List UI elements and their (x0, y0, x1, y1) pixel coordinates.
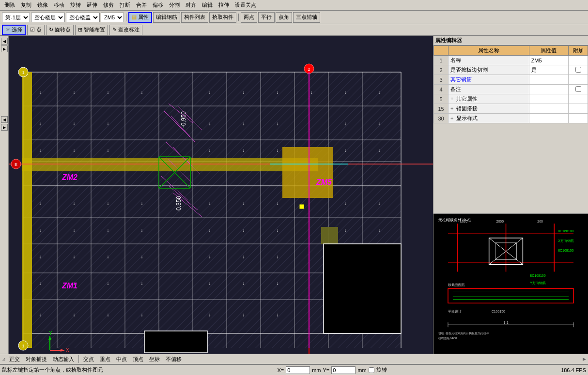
layer-select-floor[interactable]: 第-1层 (2, 13, 30, 22)
y-label: Y= (323, 367, 330, 373)
prop-row-15: 15 + 锚固搭接 (434, 104, 588, 114)
btn-three-point[interactable]: 三点辅轴 (293, 12, 320, 23)
btn-delete[interactable]: 删除 (2, 0, 17, 10)
left-panel-btn-1[interactable]: ◀ (1, 38, 8, 45)
svg-text:↓: ↓ (209, 227, 211, 233)
btn-select[interactable]: ☞ 选择 (2, 25, 26, 35)
btn-pick-component[interactable]: 拾取构件 (209, 12, 236, 23)
btn-ortho[interactable]: 正交 (7, 355, 22, 364)
svg-text:1: 1 (22, 344, 24, 348)
btn-offset[interactable]: 偏移 (150, 0, 166, 10)
btn-component-list[interactable]: 构件列表 (181, 12, 208, 23)
btn-trim[interactable]: 修剪 (101, 0, 116, 10)
btn-join[interactable]: 合并 (134, 0, 149, 10)
btn-rotate[interactable]: 旋转 (68, 0, 83, 10)
btn-modify-label[interactable]: ✎ 查改标注 (109, 25, 142, 35)
prop-value-30[interactable] (529, 114, 568, 123)
prop-checkbox-2[interactable] (575, 67, 581, 73)
left-panel-btn-2[interactable]: ▶ (1, 45, 8, 52)
btn-no-offset[interactable]: 不偏移 (163, 355, 184, 364)
svg-text:↓: ↓ (209, 312, 211, 317)
btn-mirror[interactable]: 镜像 (35, 0, 50, 10)
btn-smart-layout[interactable]: ⊞ 智能布置 (75, 25, 108, 35)
expand-btn-30[interactable]: + (450, 115, 453, 121)
btn-set-keypoint[interactable]: 设置关点 (232, 0, 259, 10)
svg-text:↓: ↓ (344, 201, 347, 206)
svg-rect-99 (22, 158, 318, 171)
prop-num-15: 15 (434, 104, 449, 114)
btn-two-point[interactable]: 两点 (241, 12, 257, 23)
prop-value-15[interactable] (529, 104, 568, 114)
svg-text:↓: ↓ (209, 90, 211, 95)
svg-text:↓: ↓ (39, 254, 42, 259)
svg-text:X: X (66, 347, 69, 353)
svg-text:↓: ↓ (209, 201, 211, 206)
svg-text:↓: ↓ (344, 227, 347, 233)
layer-select-type1[interactable]: 空心楼层 (31, 13, 65, 22)
status-message: 鼠标左键指定第一个角点，或拾取构件图元 (2, 366, 103, 374)
prop-name-15[interactable]: + 锚固搭接 (449, 104, 529, 114)
prop-value-5[interactable] (529, 94, 568, 104)
prop-num-1: 1 (434, 56, 449, 65)
prop-row-4: 4 备注 (434, 85, 588, 94)
prop-name-3[interactable]: 其它钢筋 (449, 75, 529, 85)
prop-value-1[interactable]: ZM5 (529, 56, 568, 65)
btn-align[interactable]: 对齐 (183, 0, 199, 10)
x-input[interactable] (286, 366, 310, 374)
prop-check-2[interactable] (569, 65, 588, 75)
col-header-value: 属性值 (529, 46, 568, 56)
btn-coordinate[interactable]: 坐标 (147, 355, 162, 364)
rotate-checkbox[interactable] (369, 367, 374, 373)
prop-value-2[interactable]: 是 (529, 65, 568, 75)
btn-split[interactable]: 分割 (167, 0, 182, 10)
btn-extend[interactable]: 延伸 (84, 0, 100, 10)
svg-text:ZM5: ZM5 (316, 178, 332, 186)
svg-text:X方向钢筋: X方向钢筋 (558, 239, 574, 242)
prop-name-5[interactable]: + 其它属性 (449, 94, 529, 104)
left-panel-btn-3[interactable]: ◀ (1, 116, 8, 123)
prop-checkbox-4[interactable] (575, 86, 581, 92)
layer-select-type2[interactable]: 空心楼盖 (66, 13, 100, 22)
btn-rotate-point[interactable]: ↻ 旋转点 (46, 25, 74, 35)
expand-btn-5[interactable]: + (450, 96, 453, 102)
btn-move[interactable]: 移动 (51, 0, 67, 10)
separator2 (238, 14, 239, 21)
btn-copy[interactable]: 复制 (18, 0, 34, 10)
props-header: 属性编辑器 (433, 36, 588, 45)
prop-check-5 (569, 94, 588, 104)
y-input[interactable] (331, 366, 356, 374)
btn-perpendicular[interactable]: 垂点 (97, 355, 113, 364)
btn-break[interactable]: 打断 (117, 0, 133, 10)
btn-intersection[interactable]: 交点 (81, 355, 96, 364)
btn-edit-rebar[interactable]: 编辑钢筋 (153, 12, 180, 23)
svg-text:↓: ↓ (39, 201, 42, 206)
svg-text:↓: ↓ (39, 90, 42, 95)
layer-select-component[interactable]: ZM5 (101, 13, 124, 22)
left-panel: ◀ ▶ ◀ ▶ (0, 36, 9, 354)
expand-btn-15[interactable]: + (450, 105, 453, 111)
btn-point[interactable]: ☑ 点 (27, 25, 45, 35)
prop-name-30[interactable]: + 显示样式 (449, 114, 529, 123)
prop-check-4[interactable] (569, 85, 588, 94)
btn-stretch[interactable]: 拉伸 (216, 0, 232, 10)
canvas-area[interactable]: ↓ ↓ ↓ ↓ ↓ ↓ ↓ ↓ ↓ ↓ ↓ ↓ ↓ ↓ ↓ ↓ ↓ ↓ ↓ ↓ … (9, 36, 433, 354)
prop-num-5: 5 (434, 94, 449, 104)
rotate-label: 旋转 (376, 366, 387, 374)
btn-point-angle[interactable]: 点角 (276, 12, 292, 23)
btn-dynamic-input[interactable]: 动态输入 (50, 355, 77, 364)
btn-edit[interactable]: 编辑 (200, 0, 215, 10)
btn-parallel[interactable]: 平行 (258, 12, 275, 23)
btn-midpoint[interactable]: 中点 (114, 355, 129, 364)
svg-text:8C168100: 8C168100 (530, 274, 545, 277)
prop-value-3[interactable] (529, 75, 568, 85)
svg-text:ZM1: ZM1 (62, 282, 77, 290)
btn-properties[interactable]: ▦ 属性 (128, 12, 152, 23)
svg-text:↓: ↓ (73, 148, 76, 153)
left-panel-btn-4[interactable]: ▶ (1, 124, 8, 131)
prop-value-4[interactable] (529, 85, 568, 94)
svg-text:↓: ↓ (39, 227, 42, 233)
btn-endpoint[interactable]: 顶点 (130, 355, 146, 364)
svg-text:↓: ↓ (378, 121, 381, 126)
btn-snap[interactable]: 对象捕捉 (23, 355, 49, 364)
svg-text:↓: ↓ (243, 201, 245, 206)
